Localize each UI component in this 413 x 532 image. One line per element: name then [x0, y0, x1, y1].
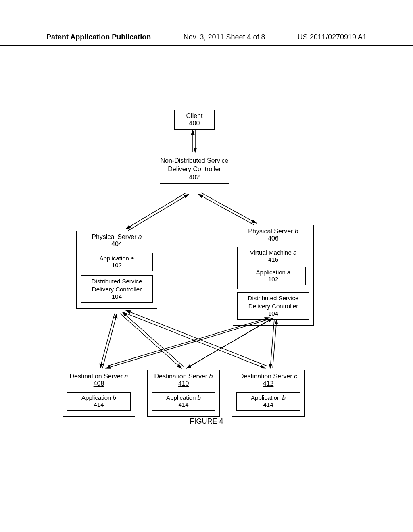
ndsc-ref: 402: [160, 174, 229, 183]
dest-b-ref: 410: [148, 380, 219, 390]
header-left: Patent Application Publication: [46, 33, 151, 42]
server-a-box: Physical Server a 404 Application a 102 …: [76, 231, 157, 309]
server-b-ref: 406: [233, 235, 313, 245]
server-a-dsc: Distributed Service Delivery Controller …: [81, 275, 153, 303]
server-a-label: Physical Server a: [77, 231, 157, 241]
header-middle: Nov. 3, 2011 Sheet 4 of 8: [184, 33, 265, 42]
dest-c-box: Destination Server c 412 Application b 4…: [232, 370, 305, 417]
client-ref: 400: [175, 120, 214, 129]
svg-line-15: [189, 318, 273, 367]
ndsc-label: Non-Distributed Service Delivery Control…: [160, 154, 229, 174]
svg-line-2: [126, 193, 186, 229]
svg-line-16: [270, 320, 274, 368]
server-a-app: Application a 102: [81, 253, 153, 271]
server-b-box: Physical Server b 406 Virtual Machine a …: [233, 225, 314, 326]
diagram-arrows: [0, 0, 413, 532]
dest-a-ref: 408: [63, 380, 135, 390]
svg-line-7: [102, 314, 117, 368]
dest-c-label: Destination Server c: [232, 370, 304, 380]
svg-line-9: [123, 312, 184, 367]
dest-a-app: Application b 414: [67, 392, 131, 411]
svg-line-6: [100, 314, 115, 368]
svg-line-8: [120, 314, 181, 368]
dest-b-label: Destination Server b: [148, 370, 219, 380]
page-header: Patent Application Publication Nov. 3, 2…: [0, 33, 413, 46]
svg-line-5: [198, 194, 254, 225]
header-right: US 2011/0270919 A1: [298, 33, 367, 42]
svg-line-14: [186, 320, 270, 368]
dest-a-box: Destination Server a 408 Application b 4…: [63, 370, 135, 417]
ndsc-box: Non-Distributed Service Delivery Control…: [160, 154, 229, 184]
dest-c-ref: 412: [232, 380, 304, 390]
server-a-ref: 404: [77, 241, 157, 250]
dest-c-app: Application b 414: [236, 392, 300, 411]
svg-line-4: [201, 193, 257, 223]
svg-line-3: [128, 194, 189, 231]
server-b-vm: Virtual Machine a 416 Application a 102: [237, 247, 309, 289]
svg-line-17: [273, 320, 277, 368]
server-b-dsc: Distributed Service Delivery Controller …: [237, 292, 309, 320]
server-b-label: Physical Server b: [233, 225, 313, 235]
client-box: Client 400: [174, 110, 215, 130]
svg-line-12: [106, 320, 268, 368]
client-label: Client: [175, 110, 214, 120]
figure-label: FIGURE 4: [0, 417, 413, 426]
dest-a-label: Destination Server a: [63, 370, 135, 380]
dest-b-box: Destination Server b 410 Application b 4…: [147, 370, 220, 417]
server-b-app: Application a 102: [241, 267, 306, 285]
dest-b-app: Application b 414: [152, 392, 215, 411]
